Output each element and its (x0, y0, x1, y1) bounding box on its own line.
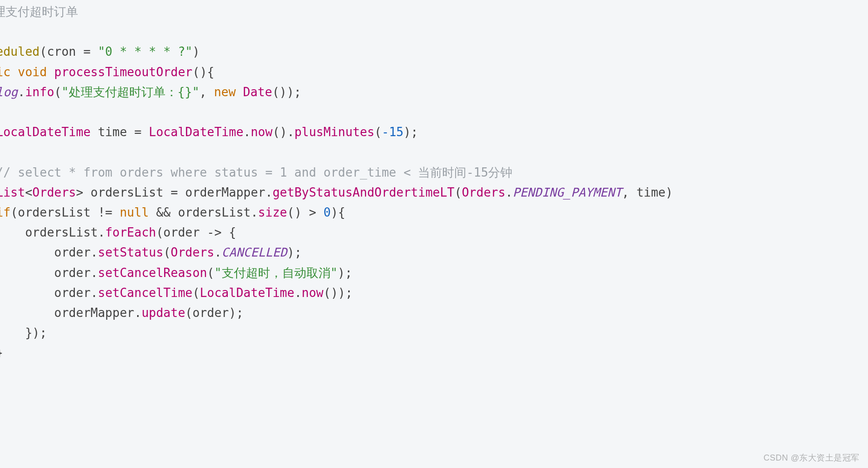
code-token: cheduled (0, 45, 40, 59)
watermark-text: CSDN @东大资土是冠军 (763, 452, 860, 463)
code-line: 处理支付超时订单 (0, 5, 78, 19)
code-block: 处理支付超时订单 cheduled(cron = "0 * * * * ?") … (0, 2, 849, 363)
